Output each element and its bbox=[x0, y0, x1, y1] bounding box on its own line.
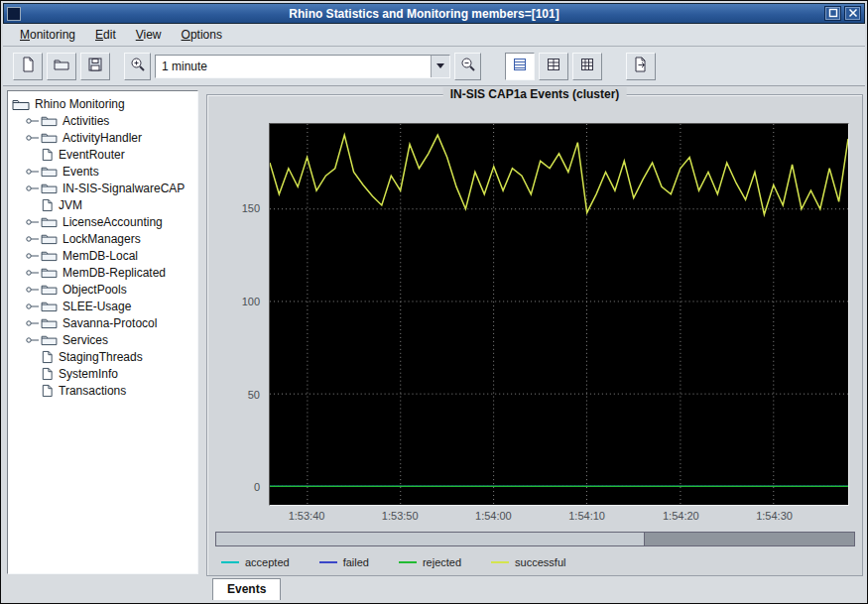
tree-item-label: MemDB-Replicated bbox=[62, 266, 166, 280]
tree-item[interactable]: ActivityHandler bbox=[10, 129, 195, 146]
chart-legend: acceptedfailedrejectedsuccessful bbox=[221, 553, 565, 571]
new-button[interactable] bbox=[13, 53, 43, 80]
tree-root-label: Rhino Monitoring bbox=[35, 97, 125, 111]
tree-item-label: Savanna-Protocol bbox=[62, 316, 157, 330]
expand-handle-icon[interactable] bbox=[26, 166, 41, 178]
expand-handle-icon[interactable] bbox=[26, 149, 41, 161]
chart-plot[interactable] bbox=[269, 123, 849, 506]
toolbar: 1 minute bbox=[3, 47, 865, 86]
expand-handle-icon[interactable] bbox=[26, 132, 41, 144]
menu-options[interactable]: Options bbox=[173, 25, 231, 45]
tree-item[interactable]: LicenseAccounting bbox=[10, 213, 195, 230]
expand-handle-icon[interactable] bbox=[26, 351, 41, 363]
tree-root[interactable]: Rhino Monitoring bbox=[10, 95, 195, 112]
folder-icon bbox=[41, 165, 58, 178]
save-icon bbox=[87, 57, 103, 75]
expand-handle-icon[interactable] bbox=[26, 284, 41, 296]
open-folder-icon bbox=[54, 57, 69, 75]
view-split-button[interactable] bbox=[539, 53, 568, 80]
combobox-arrow-button[interactable] bbox=[431, 56, 449, 77]
chart-plot-svg bbox=[270, 124, 848, 505]
single-column-view-icon bbox=[512, 57, 528, 75]
legend-swatch bbox=[399, 561, 417, 563]
menu-view[interactable]: View bbox=[127, 25, 171, 45]
menubar: Monitoring Edit View Options bbox=[3, 24, 865, 47]
tree-item-label: IN-SIS-SignalwareCAP bbox=[62, 181, 185, 195]
x-tick-label: 1:53:40 bbox=[289, 510, 325, 522]
monitoring-tree: Rhino Monitoring Activities ActivityHand… bbox=[7, 90, 198, 574]
expand-handle-icon[interactable] bbox=[26, 182, 41, 194]
tree-item-label: MemDB-Local bbox=[62, 249, 138, 263]
close-button[interactable] bbox=[844, 6, 861, 21]
tree-item[interactable]: Savanna-Protocol bbox=[10, 314, 195, 331]
tree-item-label: JVM bbox=[59, 198, 82, 212]
expand-handle-icon[interactable] bbox=[26, 216, 41, 228]
legend-item: successful bbox=[491, 556, 565, 568]
tab-events[interactable]: Events bbox=[212, 578, 281, 600]
zoom-out-button[interactable] bbox=[454, 53, 481, 80]
zoom-in-button[interactable] bbox=[124, 53, 151, 80]
tree-item[interactable]: SystemInfo bbox=[10, 365, 195, 382]
expand-handle-icon[interactable] bbox=[26, 301, 41, 312]
document-icon bbox=[41, 384, 54, 398]
expand-handle-icon[interactable] bbox=[26, 368, 41, 380]
maximize-button[interactable] bbox=[824, 6, 841, 21]
save-button[interactable] bbox=[80, 53, 110, 80]
menu-monitoring[interactable]: Monitoring bbox=[11, 25, 84, 45]
tree-item[interactable]: Activities bbox=[10, 112, 195, 129]
folder-icon bbox=[41, 316, 58, 329]
view-table-button[interactable] bbox=[572, 53, 602, 80]
expand-handle-icon[interactable] bbox=[26, 267, 41, 279]
export-button[interactable] bbox=[626, 53, 656, 80]
interval-combobox[interactable]: 1 minute bbox=[155, 55, 450, 78]
document-icon bbox=[41, 148, 54, 162]
tree-item[interactable]: MemDB-Replicated bbox=[10, 264, 195, 281]
tree-item-label: Activities bbox=[62, 114, 109, 128]
legend-item: failed bbox=[319, 556, 369, 568]
folder-icon bbox=[41, 283, 58, 296]
tree-item-label: StagingThreads bbox=[59, 350, 143, 364]
tree-item[interactable]: Transactions bbox=[10, 382, 195, 399]
legend-swatch bbox=[221, 561, 239, 563]
tree-item[interactable]: MemDB-Local bbox=[10, 247, 195, 264]
expand-handle-icon[interactable] bbox=[26, 233, 41, 245]
splitter[interactable] bbox=[200, 90, 205, 574]
expand-handle-icon[interactable] bbox=[26, 385, 41, 397]
expand-handle-icon[interactable] bbox=[26, 317, 41, 329]
tree-item[interactable]: StagingThreads bbox=[10, 348, 195, 365]
folder-icon bbox=[41, 249, 58, 262]
scrollbar-thumb[interactable] bbox=[644, 533, 854, 545]
expand-handle-icon[interactable] bbox=[26, 250, 41, 262]
menu-edit[interactable]: Edit bbox=[86, 25, 125, 45]
tree-item[interactable]: LockManagers bbox=[10, 230, 195, 247]
close-icon bbox=[848, 7, 858, 21]
legend-swatch bbox=[491, 561, 509, 563]
tree-item[interactable]: JVM bbox=[10, 196, 195, 213]
window-titlebar[interactable]: Rhino Statistics and Monitoring members=… bbox=[3, 3, 865, 24]
legend-label: accepted bbox=[245, 556, 290, 568]
tree-item[interactable]: SLEE-Usage bbox=[10, 298, 195, 314]
chart-panel: IN-SIS CAP1a Events (cluster) 050100150 … bbox=[206, 94, 863, 576]
expand-handle-icon[interactable] bbox=[26, 199, 41, 211]
tree-item[interactable]: IN-SIS-SignalwareCAP bbox=[10, 180, 195, 196]
tree-item[interactable]: ObjectPools bbox=[10, 281, 195, 298]
view-single-button[interactable] bbox=[505, 53, 535, 80]
expand-handle-icon[interactable] bbox=[26, 115, 41, 127]
tree-item[interactable]: Events bbox=[10, 163, 195, 180]
folder-icon bbox=[41, 215, 58, 228]
chart-title: IN-SIS CAP1a Events (cluster) bbox=[443, 87, 627, 101]
zoom-out-icon bbox=[460, 57, 476, 75]
tree-children: Activities ActivityHandler EventRouter E… bbox=[10, 112, 195, 399]
x-axis-labels: 1:53:401:53:501:54:001:54:101:54:201:54:… bbox=[269, 508, 849, 524]
expand-handle-icon[interactable] bbox=[26, 334, 41, 346]
tree-item-label: SystemInfo bbox=[59, 367, 118, 381]
time-scrollbar[interactable] bbox=[215, 532, 855, 546]
x-tick-label: 1:54:00 bbox=[475, 510, 512, 522]
open-button[interactable] bbox=[47, 53, 76, 80]
tree-item[interactable]: Services bbox=[10, 331, 195, 348]
folder-icon bbox=[41, 114, 58, 127]
tree-item[interactable]: EventRouter bbox=[10, 146, 195, 163]
folder-icon bbox=[41, 266, 58, 279]
zoom-in-icon bbox=[130, 57, 146, 75]
legend-swatch bbox=[319, 561, 337, 563]
